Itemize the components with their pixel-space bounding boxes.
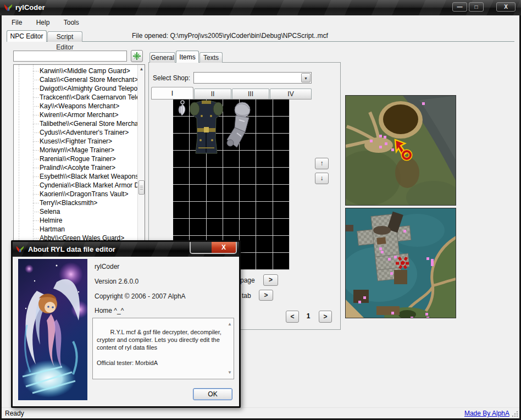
npc-search-button[interactable]	[131, 50, 143, 62]
scrollbar-thumb[interactable]	[138, 180, 145, 195]
npc-marker	[379, 146, 382, 148]
tree-item-label: Cyndenia\\<Black Market Armor De	[40, 181, 137, 189]
tree-item-label: Pralind\\<Acolyte Trainer>	[40, 164, 115, 172]
tree-connector	[33, 150, 39, 151]
shop-tab-2[interactable]: II	[194, 89, 231, 99]
tree-connector	[33, 220, 39, 221]
tree-item-label: Esybeth\\<Black Market Weapons I	[40, 173, 137, 180]
npc-marker	[363, 296, 366, 299]
chevron-down-icon: ▼	[304, 76, 308, 80]
dialog-window-controls: X	[190, 242, 237, 254]
tree-item[interactable]: Talibethe\\<General Store Merchan	[14, 119, 137, 128]
combo-dropdown-button[interactable]: ▼	[301, 73, 311, 82]
tree-item[interactable]: Selena	[14, 207, 137, 216]
tree-item[interactable]: Kay\\<Weapons Merchant>	[14, 102, 137, 110]
desc-scroll-up-icon[interactable]: ▲	[228, 320, 232, 328]
about-description[interactable]: R.Y.L mcf & gsf file decrypter, decompil…	[92, 318, 234, 379]
desc-scroll-down-icon[interactable]: ▼	[228, 369, 232, 377]
tree-item[interactable]: Kuses\\<Fighter Trainer>	[14, 137, 137, 146]
tree-item[interactable]: Pralind\\<Acolyte Trainer>	[14, 163, 137, 172]
about-app-name: rylCoder	[95, 263, 119, 270]
tree-item[interactable]: Kwiren\\<Armor Merchant>	[14, 110, 137, 119]
tree-item-label: Hartman	[40, 225, 65, 233]
tab-script-editor[interactable]: Script Editor	[47, 31, 82, 42]
tree-item[interactable]: Terry\\<Blacksmith>	[14, 198, 137, 207]
world-map-overview[interactable]	[345, 95, 456, 206]
tree-item[interactable]: Cyndenia\\<Black Market Armor De	[14, 181, 137, 190]
file-opened-label: File opened: Q:\myProj\vs2005\rylCoder\b…	[132, 32, 328, 40]
tree-connector	[33, 185, 39, 186]
tab-items[interactable]: Items	[176, 51, 199, 63]
tree-item[interactable]: Esybeth\\<Black Market Weapons I	[14, 172, 137, 181]
tree-connector	[33, 176, 39, 177]
tree-item-label: Kuses\\<Fighter Trainer>	[40, 137, 112, 145]
tree-item[interactable]: Hartman	[14, 225, 137, 234]
tree-item-label: Terry\\<Blacksmith>	[40, 199, 97, 207]
npc-marker	[391, 312, 394, 314]
titlebar-sheen	[0, 0, 521, 15]
tree-item[interactable]: Karwin\\<Middle Camp Guard>	[14, 67, 137, 75]
menu-help[interactable]: Help	[34, 19, 52, 26]
about-home-link[interactable]: Home ^_^	[95, 307, 124, 314]
tab-npc-editor[interactable]: NPC Editor	[7, 30, 47, 42]
npc-marker	[381, 251, 384, 253]
npc-marker	[426, 317, 429, 318]
resize-grip[interactable]	[512, 411, 518, 417]
npc-marker	[426, 257, 429, 260]
tree-item-label: Helmire	[40, 217, 62, 224]
item-plate-armor-icon[interactable]	[190, 100, 223, 158]
maximize-button[interactable]: □	[469, 2, 484, 12]
local-map-harbor[interactable]	[345, 208, 456, 318]
shop-tab-1[interactable]: I	[151, 87, 193, 99]
tree-item[interactable]: Moriwyn\\<Mage Trainer>	[14, 146, 137, 154]
tree-item[interactable]: Dwigot\\<Almighty Ground Teleport	[14, 84, 137, 93]
made-by-link[interactable]: Made By AlphA	[464, 410, 509, 417]
tree-item[interactable]: Trackcent\\<Dark Caernarvon Tele	[14, 93, 137, 102]
npc-marker	[358, 301, 361, 303]
tree-item[interactable]: Rarenia\\<Rogue Trainer>	[14, 154, 137, 163]
window-border-left	[0, 15, 2, 420]
tree-item-label: Calas\\<General Store Merchant>	[40, 76, 137, 84]
pager-next-button[interactable]: >	[319, 311, 332, 323]
copy-tab-button[interactable]: >	[259, 290, 273, 301]
tree-item[interactable]: Helmire	[14, 216, 137, 225]
tab-general[interactable]: General	[149, 52, 175, 63]
pager-prev-button[interactable]: <	[286, 311, 299, 323]
scroll-up-icon[interactable]: ▲	[138, 65, 145, 73]
tab-texts[interactable]: Texts	[199, 52, 223, 63]
tree-item-label: Karwin\\<Middle Camp Guard>	[40, 67, 130, 75]
tree-item[interactable]: Cydus\\<Adventurer's Trainer>	[14, 128, 137, 137]
move-down-button[interactable]: ↓	[315, 173, 329, 184]
npc-marker	[370, 140, 373, 142]
npc-marker	[394, 256, 397, 258]
tree-connector	[33, 106, 39, 107]
move-up-button[interactable]: ↑	[315, 158, 329, 169]
menu-tools[interactable]: Tools	[62, 19, 81, 26]
copy-tab-label: tab	[242, 292, 251, 300]
shop-tab-3[interactable]: III	[232, 89, 269, 99]
minimize-button[interactable]: —	[452, 2, 467, 12]
tree-item[interactable]: Kaorien\\<DragonTrans Vault>	[14, 190, 137, 198]
tree-connector	[33, 115, 39, 115]
tree-connector	[33, 212, 39, 212]
dialog-maximize-button[interactable]	[191, 242, 212, 253]
shop-tab-4[interactable]: IV	[270, 89, 312, 99]
tree-item[interactable]: Calas\\<General Store Merchant>	[14, 75, 137, 84]
copy-page-button[interactable]: >	[263, 274, 278, 286]
tree-item-label: Kaorien\\<DragonTrans Vault>	[40, 190, 128, 198]
app-window: rylCoder — □ X File Help Tools NPC Edito…	[0, 0, 521, 420]
find-crosshair-icon	[131, 56, 142, 63]
select-shop-label: Select Shop:	[153, 74, 190, 82]
tree-connector	[33, 159, 39, 159]
menu-file[interactable]: File	[9, 19, 24, 26]
tree-item-label: Trackcent\\<Dark Caernarvon Tele	[40, 93, 137, 101]
shop-combobox[interactable]: ▼	[193, 72, 312, 84]
npc-marker	[391, 148, 394, 151]
about-copyright: Copyright © 2006 - 2007 AlphA	[95, 292, 186, 300]
item-feather-charm-icon[interactable]	[174, 100, 190, 118]
item-gauntlet-arm-icon[interactable]	[223, 101, 256, 151]
about-dialog-body: rylCoder Version 2.6.0.0 Copyright © 200…	[13, 257, 239, 406]
close-button[interactable]: X	[496, 2, 516, 12]
dialog-close-button[interactable]: X	[212, 242, 236, 253]
ok-button[interactable]: OK	[193, 388, 232, 400]
